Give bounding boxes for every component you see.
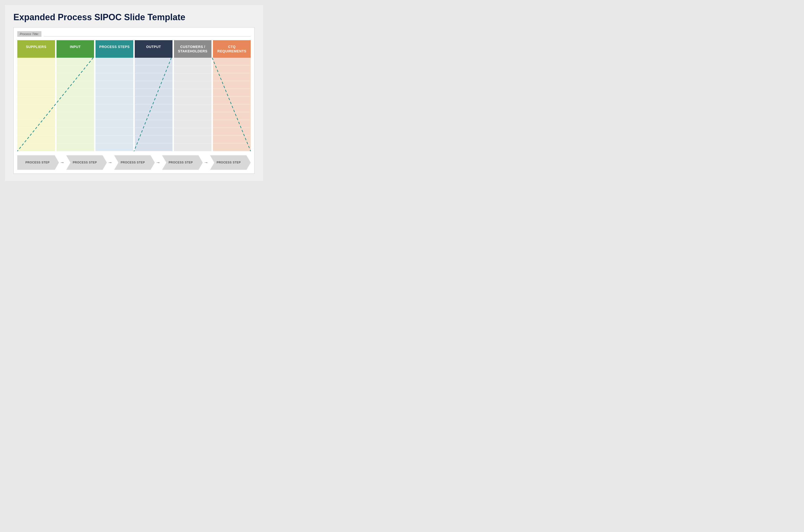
col-row <box>135 112 172 120</box>
col-row <box>57 73 94 81</box>
process-step-shape-3: PROCESS STEP <box>112 155 155 170</box>
col-row <box>174 136 212 144</box>
col-row <box>57 112 94 120</box>
col-row <box>57 104 94 112</box>
col-row <box>17 144 55 151</box>
col-header-suppliers: SUPPLIERS <box>17 40 55 58</box>
col-row <box>174 65 212 73</box>
col-row <box>57 120 94 128</box>
col-row <box>135 81 172 89</box>
process-step-wrapper-5: PROCESS STEP <box>209 155 251 170</box>
col-row <box>213 65 251 73</box>
col-row <box>174 120 212 128</box>
col-body-ctq <box>213 58 251 151</box>
process-title-input[interactable] <box>44 32 251 37</box>
col-row <box>17 136 55 144</box>
col-row <box>95 65 133 73</box>
col-row <box>57 81 94 89</box>
col-body-suppliers <box>17 58 55 151</box>
col-row <box>135 65 172 73</box>
col-row <box>57 65 94 73</box>
process-step-wrapper-2: PROCESS STEP <box>65 155 107 170</box>
col-row <box>95 104 133 112</box>
col-row <box>135 97 172 104</box>
col-row <box>95 89 133 97</box>
col-row <box>57 97 94 104</box>
col-row <box>213 81 251 89</box>
col-header-customers: CUSTOMERS /STAKEHOLDERS <box>174 40 212 58</box>
col-row <box>17 112 55 120</box>
col-row <box>95 112 133 120</box>
col-row <box>213 120 251 128</box>
col-row <box>17 89 55 97</box>
col-row <box>135 144 172 151</box>
col-row <box>17 120 55 128</box>
col-row <box>213 144 251 151</box>
col-row <box>174 112 212 120</box>
col-row <box>17 97 55 104</box>
col-row <box>57 128 94 136</box>
col-row <box>57 58 94 65</box>
process-step-shape-4: PROCESS STEP <box>160 155 203 170</box>
arrow-3: → <box>156 160 160 165</box>
process-box: Process Title: SUPPLIERS INPUT PROCESS S… <box>13 27 255 174</box>
arrow-1: → <box>60 160 64 165</box>
col-row <box>57 136 94 144</box>
col-row <box>174 58 212 65</box>
process-title-row: Process Title: <box>17 31 251 37</box>
col-row <box>17 104 55 112</box>
process-step-label-3: PROCESS STEP <box>120 161 145 164</box>
col-row <box>213 73 251 81</box>
col-row <box>17 58 55 65</box>
process-step-shape-5: PROCESS STEP <box>208 155 251 170</box>
col-row <box>17 81 55 89</box>
col-row <box>135 58 172 65</box>
col-body-customers <box>174 58 212 151</box>
columns-header: SUPPLIERS INPUT PROCESS STEPS OUTPUT CUS… <box>17 40 251 58</box>
process-step-wrapper-3: PROCESS STEP <box>113 155 155 170</box>
process-step-wrapper-4: PROCESS STEP <box>161 155 203 170</box>
col-row <box>95 73 133 81</box>
col-row <box>17 73 55 81</box>
col-row <box>135 136 172 144</box>
col-row <box>135 104 172 112</box>
col-row <box>95 136 133 144</box>
col-row <box>95 97 133 104</box>
col-row <box>57 89 94 97</box>
col-row <box>95 144 133 151</box>
process-step-label-4: PROCESS STEP <box>169 161 193 164</box>
col-row <box>95 120 133 128</box>
col-header-input: INPUT <box>57 40 94 58</box>
process-step-shape-2: PROCESS STEP <box>64 155 107 170</box>
body-wrapper <box>17 58 251 151</box>
col-row <box>135 120 172 128</box>
col-row <box>174 73 212 81</box>
process-step-shape-1: PROCESS STEP <box>17 155 59 170</box>
arrow-4: → <box>204 160 208 165</box>
col-row <box>17 128 55 136</box>
process-step-wrapper-1: PROCESS STEP <box>17 155 59 170</box>
slide-container: Expanded Process SIPOC Slide Template Pr… <box>5 5 263 181</box>
col-row <box>213 136 251 144</box>
col-row <box>213 112 251 120</box>
col-row <box>213 104 251 112</box>
col-row <box>174 104 212 112</box>
process-steps-row: PROCESS STEP → PROCESS STEP → PROCESS ST… <box>17 155 251 170</box>
col-row <box>174 128 212 136</box>
col-row <box>95 58 133 65</box>
col-row <box>213 58 251 65</box>
columns-body <box>17 58 251 151</box>
col-row <box>57 144 94 151</box>
col-row <box>95 81 133 89</box>
col-body-input <box>57 58 94 151</box>
col-header-ctq: CTQREQUIREMENTS <box>213 40 251 58</box>
process-step-label-2: PROCESS STEP <box>73 161 97 164</box>
process-step-label-1: PROCESS STEP <box>25 161 50 164</box>
col-row <box>174 144 212 151</box>
col-row <box>174 89 212 97</box>
col-row <box>135 128 172 136</box>
col-header-process-steps: PROCESS STEPS <box>95 40 133 58</box>
process-label: Process Title: <box>17 31 41 37</box>
col-row <box>213 97 251 104</box>
col-row <box>213 128 251 136</box>
